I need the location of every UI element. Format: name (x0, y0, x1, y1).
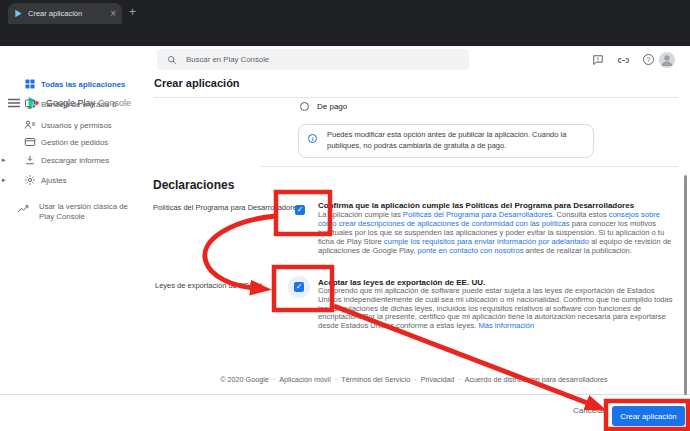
footer-separator: · (414, 375, 416, 384)
policy-link-politicas[interactable]: Políticas del Programa para Desarrollado… (403, 210, 552, 219)
sidebar-item-descargar-informes[interactable]: ▸ Descargar informes (0, 152, 150, 168)
export-checkbox[interactable]: ✓ (294, 282, 304, 292)
account-avatar[interactable] (659, 52, 675, 68)
sidebar-item-bandeja-de-entrada[interactable]: Bandeja de entrada 6 (0, 96, 150, 112)
policy-link-contacto[interactable]: ponte en contacto con nosotros (417, 246, 523, 255)
inbox-count-badge: 6 (112, 100, 116, 109)
users-icon (24, 119, 36, 131)
link-icon[interactable] (617, 56, 630, 65)
gear-icon (24, 174, 36, 186)
footer-link-acuerdo[interactable]: Acuerdo de distribución para desarrollad… (465, 375, 608, 384)
orders-card-icon (24, 136, 36, 148)
sidebar-item-label: Todas las aplicaciones (41, 80, 125, 89)
cancel-button[interactable]: Cancelar (573, 406, 605, 415)
browser-toolbar: ← → play.google.com /console/u/0/develop… (0, 24, 690, 46)
sidebar-item-ajustes[interactable]: ▸ Ajustes (0, 172, 150, 188)
chevron-right-icon: ▸ (2, 156, 6, 164)
policy-text: La aplicación cumple las (318, 210, 403, 219)
classic-line1: Usar la versión clásica de (39, 202, 128, 211)
sidebar-item-usuarios-y-permisos[interactable]: Usuarios y permisos (0, 117, 150, 133)
footer-separator: · (335, 375, 337, 384)
pricing-info-text: Puedes modificar esta opción antes de pu… (327, 129, 585, 151)
line-chart-icon (17, 203, 29, 215)
sidebar-item-label: Usar la versión clásica de Play Console (39, 202, 128, 221)
sidebar-item-label: Usuarios y permisos (41, 121, 112, 130)
sidebar-item-label: Descargar informes (41, 156, 109, 165)
download-icon (24, 154, 36, 166)
feedback-icon[interactable] (592, 54, 604, 66)
page-footer: © 2020 Google·Aplicación móvil·Términos … (150, 375, 678, 384)
tab-title: Crear aplicación (28, 9, 110, 18)
sidebar-item-label: Bandeja de entrada (41, 100, 109, 109)
help-glyph: ? (647, 56, 651, 63)
tab-favicon-play-icon (14, 9, 23, 18)
create-app-button[interactable]: Crear aplicación (612, 406, 685, 426)
header-divider (154, 97, 678, 98)
screen: Crear aplicación × + ← → play.google.com… (0, 0, 690, 431)
policy-title: Confirma que la aplicación cumple las Po… (318, 201, 634, 210)
checkmark-icon: ✓ (296, 282, 303, 292)
sidebar-item-label: Gestión de pedidos (41, 138, 108, 147)
declarations-heading: Declaraciones (153, 178, 234, 192)
browser-tabstrip: Crear aplicación × + (0, 0, 690, 24)
tab-close-icon[interactable]: × (110, 9, 116, 19)
export-field-label: Leyes de exportación de EE.UU. (155, 281, 264, 290)
info-icon: i (308, 134, 317, 143)
info-glyph: i (312, 136, 314, 142)
radio-de-pago[interactable] (300, 102, 309, 111)
page-title: Crear aplicación (154, 77, 240, 89)
sidebar-item-gestion-de-pedidos[interactable]: Gestión de pedidos (0, 134, 150, 150)
sidebar-item-label: Ajustes (41, 176, 67, 185)
browser-tab[interactable]: Crear aplicación × (8, 3, 122, 24)
radio-de-pago-label: De pago (317, 102, 347, 111)
chevron-right-icon: ▸ (2, 176, 6, 184)
sidebar-item-todas-las-aplicaciones[interactable]: Todas las aplicaciones (0, 76, 150, 92)
search-input[interactable]: Buscar en Play Console (157, 49, 469, 70)
search-placeholder: Buscar en Play Console (186, 55, 269, 64)
policy-body: La aplicación cumple las Políticas del P… (318, 210, 678, 255)
export-body: Comprendo que mi aplicación de software … (318, 287, 678, 331)
sidebar-item-version-clasica[interactable]: Usar la versión clásica de Play Console (0, 202, 150, 218)
policy-text: antes de realizar la publicación. (523, 246, 632, 255)
footer-copyright: © 2020 Google (220, 375, 268, 384)
new-tab-button[interactable]: + (129, 5, 136, 19)
apps-grid-icon (24, 78, 36, 90)
footer-link-privacidad[interactable]: Privacidad (421, 375, 455, 384)
policy-link-requisitos[interactable]: cumple los requisitos para enviar inform… (384, 237, 589, 246)
footer-separator: · (273, 375, 275, 384)
checkmark-icon: ✓ (297, 205, 304, 215)
footer-separator: · (458, 375, 460, 384)
policy-checkbox[interactable]: ✓ (295, 205, 305, 215)
search-icon (167, 55, 177, 65)
help-icon[interactable]: ? (643, 54, 654, 65)
pricing-info-box: i Puedes modificar esta opción antes de … (298, 124, 594, 158)
footer-link-terminos[interactable]: Términos del Servicio (341, 375, 410, 384)
inbox-icon (24, 98, 36, 110)
export-link-mas-informacion[interactable]: Más información (478, 321, 534, 330)
policy-text: . Consulta estos (552, 210, 609, 219)
policy-field-label: Políticas del Programa para Desarrollado… (153, 203, 301, 212)
person-icon (659, 52, 675, 68)
content-scrollbar[interactable] (684, 175, 687, 395)
section-divider (260, 166, 678, 167)
classic-line2: Play Console (39, 212, 85, 221)
footer-link-aplicacion-movil[interactable]: Aplicación móvil (279, 375, 331, 384)
